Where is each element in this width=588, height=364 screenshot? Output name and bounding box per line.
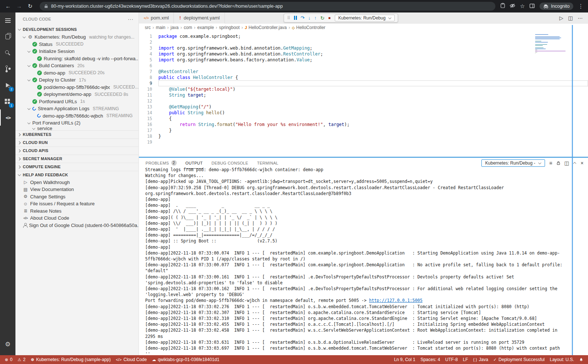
breadcrumb-item[interactable]: example bbox=[197, 25, 214, 30]
more-actions-icon[interactable]: ··· bbox=[128, 16, 133, 22]
section-cloud-apis[interactable]: CLOUD APIS bbox=[15, 147, 139, 155]
code-line[interactable]: 3import org.springframework.web.bind.ann… bbox=[139, 45, 588, 51]
tab-deployment-yaml[interactable]: ! deployment.yaml bbox=[174, 12, 225, 24]
tree-item[interactable]: Port Forward URLs (2) bbox=[15, 119, 139, 127]
status-item-error[interactable]: ⊗0 bbox=[2, 355, 15, 364]
split-panel-icon[interactable]: ◫ bbox=[564, 160, 569, 166]
breadcrumb-item[interactable]: src bbox=[145, 25, 151, 30]
chevron-down-icon[interactable] bbox=[32, 127, 35, 130]
code-line[interactable]: 10 @Value("${target:local}") bbox=[139, 86, 588, 92]
debug-config-dropdown[interactable]: Kubernetes: Run/Debug bbox=[335, 15, 395, 21]
code-line[interactable]: 9 bbox=[139, 80, 588, 86]
run-button[interactable]: ▷ bbox=[559, 15, 563, 21]
activity-source-control[interactable] bbox=[0, 61, 15, 77]
help-item[interactable]: ▤View Documentation bbox=[15, 186, 139, 193]
lock-scroll-icon[interactable] bbox=[556, 161, 560, 165]
tree-item[interactable]: Deploy to Cluster17s bbox=[15, 76, 139, 84]
menu-button[interactable] bbox=[0, 12, 15, 29]
tree-item[interactable]: Running: skaffold debug -v info --port-f… bbox=[15, 55, 139, 62]
code-line[interactable]: 7@RestController bbox=[139, 69, 588, 75]
breadcrumb-item[interactable]: springboot bbox=[219, 25, 240, 30]
status-item-code[interactable]: </>Cloud Code bbox=[113, 355, 149, 364]
line-number[interactable]: 5 bbox=[139, 57, 152, 63]
line-number[interactable]: 11 bbox=[139, 92, 152, 98]
breadcrumb-item[interactable]: java bbox=[171, 25, 179, 30]
word-wrap-icon[interactable]: ≡ bbox=[549, 160, 552, 166]
status-item[interactable]: Ln 9, Col 1 bbox=[391, 355, 418, 364]
line-number[interactable]: 14 bbox=[139, 110, 152, 116]
code-line[interactable]: 15 { bbox=[139, 116, 588, 122]
chevron-down-icon[interactable] bbox=[22, 35, 26, 39]
tree-item[interactable]: Portforward URLs1s bbox=[15, 98, 139, 105]
section-secret-manager[interactable]: SECRET MANAGER bbox=[15, 155, 139, 163]
section-development-sessions[interactable]: DEVELOPMENT SESSIONS bbox=[15, 25, 139, 33]
tree-item[interactable]: demo-app-5ffb7666dc-wjbchSTREAMING bbox=[15, 112, 139, 120]
chevron-down-icon[interactable] bbox=[27, 121, 31, 125]
split-editor-button[interactable]: ◫ bbox=[568, 15, 573, 21]
tree-item[interactable]: Build Containers20s bbox=[15, 62, 139, 69]
section-help-and-feedback[interactable]: HELP AND FEEDBACK bbox=[15, 171, 139, 179]
code-line[interactable]: 2 bbox=[139, 39, 588, 45]
activity-explorer[interactable] bbox=[0, 29, 15, 45]
line-number[interactable]: 1 bbox=[139, 33, 152, 39]
status-item[interactable]: Spaces: 4 bbox=[418, 355, 442, 364]
line-number[interactable]: 18 bbox=[139, 133, 152, 139]
line-number[interactable]: 8 bbox=[139, 75, 152, 80]
restart-icon[interactable]: ↻ bbox=[320, 15, 325, 21]
status-item-deploy[interactable]: ✓Deployment Successful bbox=[491, 355, 547, 364]
line-number[interactable]: 3 bbox=[139, 45, 152, 51]
chevron-down-icon[interactable] bbox=[27, 107, 31, 110]
kebab-menu-icon[interactable]: ⋮ bbox=[578, 0, 584, 12]
code-line[interactable]: 13 @GetMapping("/") bbox=[139, 104, 588, 110]
tree-item[interactable]: Initialize Session bbox=[15, 48, 139, 55]
code-line[interactable]: 1package com.example.springboot; bbox=[139, 33, 588, 39]
log-link[interactable]: http://127.0.0.1:5005 bbox=[369, 298, 422, 303]
help-item[interactable]: Sign Out of Google Cloud (student-00-540… bbox=[15, 222, 139, 229]
tree-item[interactable]: deployment/demo-appSUCCEEDED 8s bbox=[15, 91, 139, 98]
eye-slash-icon[interactable] bbox=[510, 0, 515, 12]
chevron-down-icon[interactable] bbox=[27, 50, 31, 53]
line-number[interactable]: 17 bbox=[139, 127, 152, 133]
help-item[interactable]: ☺File issues / Request a feature bbox=[15, 200, 139, 208]
back-icon[interactable]: ← bbox=[4, 0, 12, 12]
close-panel-icon[interactable]: × bbox=[581, 160, 584, 166]
breadcrumb-item[interactable]: com bbox=[184, 25, 192, 30]
line-number[interactable]: 4 bbox=[139, 51, 152, 57]
code-line[interactable]: 11 String target; bbox=[139, 92, 588, 98]
line-number[interactable]: 6 bbox=[139, 63, 152, 69]
pause-icon[interactable] bbox=[294, 16, 297, 20]
tree-item[interactable]: demo-appSUCCEEDED 20s bbox=[15, 69, 139, 77]
step-out-icon[interactable]: ↑ bbox=[314, 15, 317, 20]
status-item[interactable]: LF bbox=[460, 355, 471, 364]
url-bar[interactable]: 80-my-workstation.cluster-ug6zlz43wzeksw… bbox=[40, 2, 495, 11]
code-line[interactable]: 5import org.springframework.beans.factor… bbox=[139, 57, 588, 63]
code-line[interactable]: 8public class HelloController { bbox=[139, 75, 588, 80]
code-line[interactable]: 14 public String hello() bbox=[139, 110, 588, 116]
side-panel-icon[interactable] bbox=[530, 0, 535, 12]
output-channel-dropdown[interactable]: Kubernetes: Run/Debug - bbox=[481, 159, 545, 167]
stop-icon[interactable]: ■ bbox=[328, 16, 330, 20]
line-number[interactable]: 13 bbox=[139, 104, 152, 110]
step-over-icon[interactable]: ↷ bbox=[301, 15, 305, 20]
help-item[interactable]: </>About Cloud Code bbox=[15, 215, 139, 222]
line-number[interactable]: 15 bbox=[139, 116, 152, 122]
breadcrumb-item[interactable]: JHelloController.java bbox=[245, 25, 287, 30]
code-editor[interactable]: 1package com.example.springboot;23import… bbox=[139, 32, 588, 157]
reload-icon[interactable]: ↻ bbox=[26, 0, 35, 12]
code-line[interactable]: 4import org.springframework.web.bind.ann… bbox=[139, 51, 588, 57]
section-compute-engine[interactable]: COMPUTE ENGINE bbox=[15, 163, 139, 171]
editor-more-actions[interactable]: ⋯ bbox=[578, 15, 583, 21]
section-kubernetes[interactable]: KUBERNETES bbox=[15, 130, 139, 138]
status-item-cloud[interactable]: ☁qwiklabs-gcp-01-036fe18401d1 bbox=[149, 355, 222, 364]
line-number[interactable]: 16 bbox=[139, 122, 152, 127]
status-item[interactable]: Layout: U.S. bbox=[547, 355, 577, 364]
breadcrumb-item[interactable]: main bbox=[156, 25, 165, 30]
minimap[interactable] bbox=[535, 34, 567, 55]
chevron-down-icon[interactable] bbox=[27, 64, 31, 67]
maximize-panel-icon[interactable] bbox=[573, 162, 577, 165]
bookmark-star-icon[interactable]: ☆ bbox=[520, 0, 525, 12]
incognito-badge[interactable]: Incognito bbox=[539, 3, 573, 10]
code-line[interactable]: 12 bbox=[139, 98, 588, 104]
clipboard-icon[interactable] bbox=[501, 0, 505, 12]
activity-extensions[interactable]: 1 bbox=[0, 93, 15, 109]
